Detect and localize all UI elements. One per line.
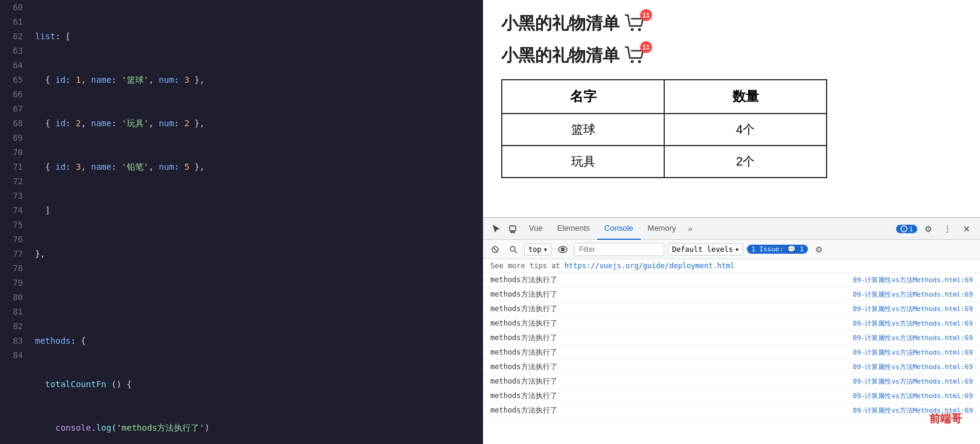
table-row: 篮球4个 <box>502 114 827 146</box>
gift-title-2-text: 小黑的礼物清单 <box>501 44 620 67</box>
console-log-text: methods方法执行了 <box>490 362 557 372</box>
table-cell-count: 4个 <box>664 114 827 146</box>
console-log-row: methods方法执行了09-计算属性vs方法Methods.html:69 <box>483 288 980 302</box>
console-log-row: methods方法执行了09-计算属性vs方法Methods.html:69 <box>483 317 980 331</box>
browser-panel: 小黑的礼物清单 11 小黑的礼物清单 11 <box>483 0 980 444</box>
console-log-text: methods方法执行了 <box>490 333 557 343</box>
gift-table: 名字 数量 篮球4个玩具2个 <box>501 79 827 178</box>
console-tip-row: See more tips at https://vuejs.org/guide… <box>483 259 980 273</box>
console-log-text: methods方法执行了 <box>490 347 557 358</box>
tab-elements[interactable]: Elements <box>550 218 597 240</box>
code-editor: 60 61 62 63 64 65 66 67 68 69 70 71 72 7… <box>0 0 483 444</box>
console-log-link[interactable]: 09-计算属性vs方法Methods.html:69 <box>853 377 973 386</box>
console-filter-btn[interactable] <box>506 242 520 257</box>
preview-area: 小黑的礼物清单 11 小黑的礼物清单 11 <box>483 0 980 217</box>
default-levels-arrow: ▾ <box>735 245 739 254</box>
console-log-text: methods方法执行了 <box>490 376 557 387</box>
watermark: 前端哥 <box>929 411 962 426</box>
console-log-row: methods方法执行了09-计算属性vs方法Methods.html:69 <box>483 273 980 288</box>
console-log-row: methods方法执行了09-计算属性vs方法Methods.html:69 <box>483 375 980 389</box>
svg-point-3 <box>638 60 641 63</box>
devtools-cursor-icon[interactable] <box>488 220 505 237</box>
console-filter-input[interactable] <box>574 243 664 256</box>
gift-title-1: 小黑的礼物清单 11 <box>501 12 962 35</box>
svg-line-11 <box>515 251 517 253</box>
console-log-link[interactable]: 09-计算属性vs方法Methods.html:69 <box>853 362 973 372</box>
console-log-row: methods方法执行了09-计算属性vs方法Methods.html:69 <box>483 302 980 317</box>
console-log-text: methods方法执行了 <box>490 405 557 416</box>
svg-line-9 <box>493 248 497 251</box>
gift-title-2: 小黑的礼物清单 11 <box>501 44 962 67</box>
issue-badge[interactable]: 1 Issue: 💬 1 <box>747 245 808 254</box>
console-log-text: methods方法执行了 <box>490 304 557 314</box>
table-cell-count: 2个 <box>664 146 827 178</box>
console-top-label: top <box>528 245 542 254</box>
table-row: 玩具2个 <box>502 146 827 178</box>
tab-console[interactable]: Console <box>597 218 641 240</box>
svg-point-0 <box>631 28 634 31</box>
console-eye-btn[interactable] <box>556 242 570 257</box>
console-tip-link[interactable]: https://vuejs.org/guide/deployment.html <box>565 262 735 270</box>
svg-point-2 <box>631 60 634 63</box>
console-log-link[interactable]: 09-计算属性vs方法Methods.html:69 <box>853 348 973 357</box>
devtools-menu-icon[interactable]: ⋮ <box>939 220 956 237</box>
default-levels-dropdown[interactable]: Default levels ▾ <box>668 243 743 256</box>
svg-rect-5 <box>511 231 514 233</box>
svg-point-1 <box>638 28 641 31</box>
console-clear-btn[interactable] <box>488 242 502 257</box>
console-log-text: methods方法执行了 <box>490 391 557 401</box>
devtools-badge-btn[interactable]: i 1 <box>896 225 917 233</box>
code-lines: list: [ { id: 1, name: '篮球', num: 3 }, {… <box>30 0 482 444</box>
devtools-settings-icon[interactable]: ⚙ <box>920 220 937 237</box>
console-top-dropdown[interactable]: top ▾ <box>524 243 552 256</box>
tab-more[interactable]: » <box>684 218 697 240</box>
console-log-text: methods方法执行了 <box>490 289 557 300</box>
console-log-link[interactable]: 09-计算属性vs方法Methods.html:69 <box>853 391 973 401</box>
cart-icon-2: 11 <box>624 46 646 65</box>
default-levels-label: Default levels <box>672 245 733 254</box>
devtools-panel: Vue Elements Console Memory » i 1 ⚙ ⋮ ✕ <box>483 217 980 444</box>
svg-point-13 <box>561 248 564 251</box>
dropdown-arrow-icon: ▾ <box>543 245 548 254</box>
console-log-text: methods方法执行了 <box>490 318 557 329</box>
console-gear-btn[interactable]: ⚙ <box>812 242 826 257</box>
console-toolbar: top ▾ Default levels ▾ 1 Issue: 💬 1 ⚙ <box>483 240 980 259</box>
console-log-row: methods方法执行了09-计算属性vs方法Methods.html:69 <box>483 346 980 360</box>
console-output: See more tips at https://vuejs.org/guide… <box>483 259 980 444</box>
cart-badge-1: 11 <box>640 9 652 21</box>
tab-memory[interactable]: Memory <box>641 218 684 240</box>
svg-rect-4 <box>510 226 516 231</box>
devtools-tabs-bar: Vue Elements Console Memory » i 1 ⚙ ⋮ ✕ <box>483 218 980 240</box>
svg-text:i: i <box>903 227 905 231</box>
console-log-row: methods方法执行了09-计算属性vs方法Methods.html:69 <box>483 331 980 346</box>
console-log-row: methods方法执行了09-计算属性vs方法Methods.html:69 <box>483 389 980 404</box>
devtools-device-icon[interactable] <box>505 220 522 237</box>
console-tip-text: See more tips at <box>490 262 565 270</box>
cart-icon-1: 11 <box>624 14 646 33</box>
console-log-link[interactable]: 09-计算属性vs方法Methods.html:69 <box>853 319 973 328</box>
console-log-link[interactable]: 09-计算属性vs方法Methods.html:69 <box>853 275 973 285</box>
table-cell-name: 篮球 <box>502 114 664 146</box>
table-cell-name: 玩具 <box>502 146 664 178</box>
console-log-link[interactable]: 09-计算属性vs方法Methods.html:69 <box>853 304 973 314</box>
console-log-link[interactable]: 09-计算属性vs方法Methods.html:69 <box>853 290 973 299</box>
devtools-close-icon[interactable]: ✕ <box>958 220 975 237</box>
svg-point-10 <box>510 246 515 251</box>
table-header-name: 名字 <box>502 80 664 114</box>
cart-badge-2: 11 <box>640 41 652 53</box>
line-numbers: 60 61 62 63 64 65 66 67 68 69 70 71 72 7… <box>0 0 30 444</box>
gift-title-1-text: 小黑的礼物清单 <box>501 12 620 35</box>
table-header-count: 数量 <box>664 80 827 114</box>
console-log-link[interactable]: 09-计算属性vs方法Methods.html:69 <box>853 333 973 343</box>
console-log-row: methods方法执行了09-计算属性vs方法Methods.html:69 <box>483 360 980 375</box>
tab-vue[interactable]: Vue <box>522 218 550 240</box>
console-log-row: methods方法执行了09-计算属性vs方法Methods.html:69 <box>483 404 980 418</box>
badge-count: 1 <box>909 225 913 233</box>
console-log-text: methods方法执行了 <box>490 275 557 285</box>
